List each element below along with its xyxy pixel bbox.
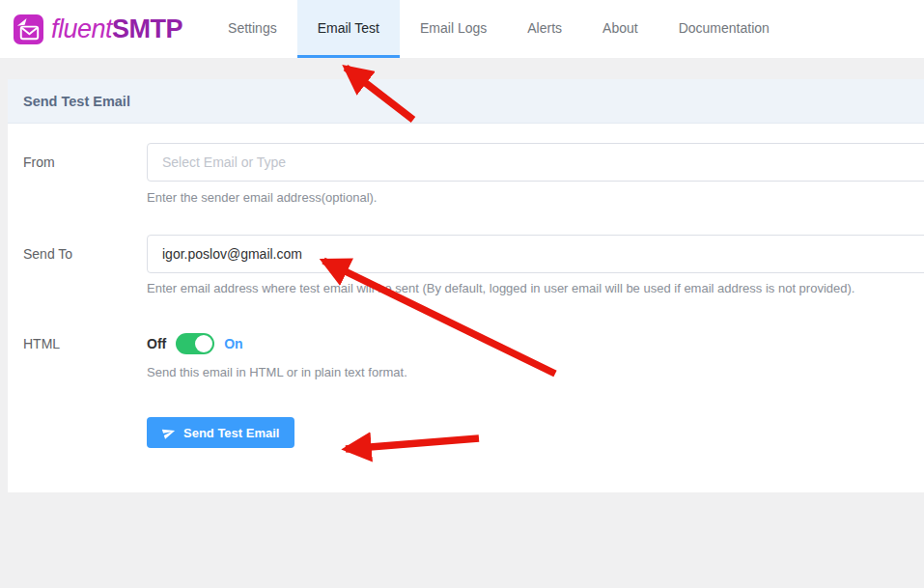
envelope-paper-plane-icon xyxy=(14,14,43,44)
html-help-text: Send this email in HTML or in plain text… xyxy=(147,365,407,379)
from-input[interactable] xyxy=(147,143,924,182)
panel-header: Send Test Email xyxy=(8,79,924,124)
send-to-label: Send To xyxy=(23,235,141,273)
brand-suffix: SMTP xyxy=(112,14,182,43)
fluent-smtp-logo[interactable]: fluentSMTP xyxy=(0,0,208,58)
panel-title: Send Test Email xyxy=(23,94,130,109)
paper-plane-icon xyxy=(162,426,176,439)
top-navigation: fluentSMTP Settings Email Test Email Log… xyxy=(0,0,924,58)
send-test-email-panel: Send Test Email From Enter the sender em… xyxy=(8,79,924,492)
toggle-knob xyxy=(195,335,212,352)
html-toggle-switch[interactable] xyxy=(176,333,214,354)
tab-alerts[interactable]: Alerts xyxy=(507,0,582,58)
send-test-email-button[interactable]: Send Test Email xyxy=(147,417,294,448)
brand-prefix: fluent xyxy=(51,14,112,43)
send-to-input[interactable] xyxy=(147,235,924,273)
tab-email-logs[interactable]: Email Logs xyxy=(400,0,507,58)
html-toggle-group: Off On xyxy=(147,332,243,355)
brand-name: fluentSMTP xyxy=(51,16,182,42)
tab-email-test[interactable]: Email Test xyxy=(297,0,400,58)
nav-tabs: Settings Email Test Email Logs Alerts Ab… xyxy=(208,0,790,58)
tab-about[interactable]: About xyxy=(582,0,658,58)
tab-documentation[interactable]: Documentation xyxy=(658,0,790,58)
html-label: HTML xyxy=(23,324,141,363)
toggle-on-label: On xyxy=(224,336,242,351)
from-label: From xyxy=(23,143,141,182)
toggle-off-label: Off xyxy=(147,336,166,351)
from-help-text: Enter the sender email address(optional)… xyxy=(147,190,377,205)
send-to-help-text: Enter email address where test email wil… xyxy=(147,281,854,295)
send-test-email-button-label: Send Test Email xyxy=(183,426,279,440)
tab-settings[interactable]: Settings xyxy=(208,0,297,58)
